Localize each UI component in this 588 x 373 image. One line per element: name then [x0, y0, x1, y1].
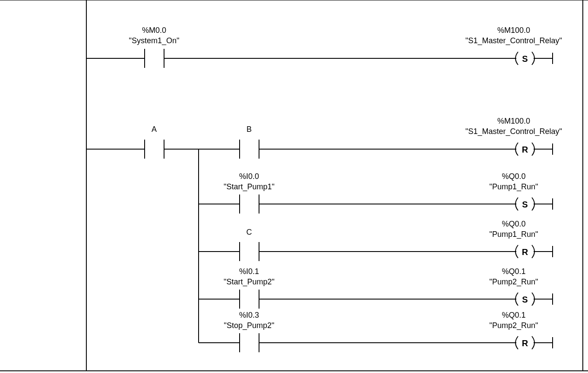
- coil-letter: R: [522, 338, 528, 348]
- coil-address: %Q0.0: [502, 172, 525, 181]
- coil-name: "Pump2_Run": [490, 277, 538, 287]
- coil-name: "Pump2_Run": [490, 321, 538, 330]
- coil-address: %M100.0: [497, 117, 530, 126]
- coil-address: %Q0.1: [502, 267, 525, 276]
- coil-letter: R: [522, 145, 528, 155]
- coil-address: %Q0.1: [502, 311, 525, 320]
- contact-name: "Start_Pump2": [224, 277, 275, 287]
- coil-address: %Q0.0: [502, 220, 525, 229]
- ladder-diagram: %M0.0 "System1_On" %M100.0 "S1_Master_Co…: [0, 0, 588, 373]
- coil-address: %M100.0: [497, 26, 530, 35]
- contact-name: "System1_On": [129, 36, 180, 45]
- contact-address: %I0.1: [239, 267, 259, 276]
- contact-address: %M0.0: [142, 26, 166, 35]
- coil-letter: R: [522, 247, 528, 257]
- contact-name: "Stop_Pump2": [224, 321, 275, 330]
- contact-address: %I0.0: [239, 172, 259, 181]
- coil-name: "Pump1_Run": [490, 230, 538, 239]
- contact-name: B: [247, 125, 252, 134]
- contact-name: "Start_Pump1": [224, 182, 275, 191]
- coil-name: "S1_Master_Control_Relay": [465, 127, 562, 136]
- coil-name: "S1_Master_Control_Relay": [465, 36, 562, 45]
- coil-letter: S: [522, 200, 528, 210]
- contact-address: %I0.3: [239, 311, 259, 320]
- contact-name: A: [152, 125, 157, 134]
- coil-letter: S: [522, 295, 528, 305]
- coil-letter: S: [522, 54, 528, 64]
- coil-name: "Pump1_Run": [490, 182, 538, 191]
- contact-name: C: [247, 228, 252, 237]
